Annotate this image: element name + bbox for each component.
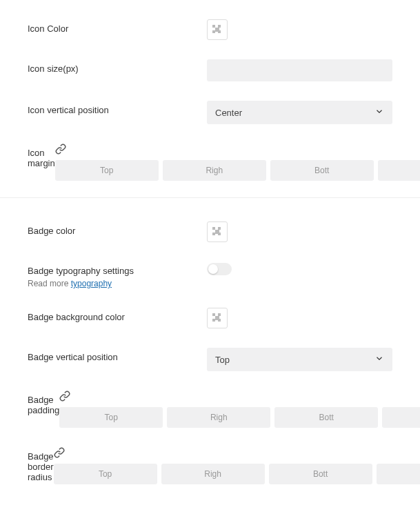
- transparency-icon: [212, 313, 222, 323]
- label-badge-typography-sub: Read more typography: [28, 279, 207, 288]
- section-divider: [0, 197, 420, 198]
- row-icon-size: Icon size(px): [0, 50, 420, 91]
- link-icon[interactable]: [54, 447, 65, 460]
- label-badge-padding: Badge padding: [28, 391, 59, 415]
- badge-padding-top[interactable]: [59, 407, 163, 428]
- row-icon-color: Icon Color: [0, 10, 420, 50]
- transparency-icon: [212, 25, 222, 34]
- badge-bg-picker[interactable]: [207, 308, 228, 328]
- row-badge-color: Badge color: [0, 212, 420, 252]
- label-icon-margin: Icon margin: [28, 144, 55, 168]
- icon-margin-right[interactable]: [163, 160, 266, 181]
- icon-margin-bottom[interactable]: [270, 160, 374, 181]
- label-badge-vpos: Badge vertical position: [28, 348, 207, 362]
- icon-size-input[interactable]: [207, 59, 392, 81]
- link-icon[interactable]: [59, 391, 70, 404]
- label-badge-radius: Badge border radius: [28, 447, 54, 482]
- badge-radius-bottom[interactable]: [269, 464, 372, 484]
- badge-color-picker[interactable]: [207, 221, 228, 242]
- badge-padding-bottom[interactable]: [274, 407, 378, 428]
- icon-vpos-select[interactable]: Center: [207, 101, 392, 124]
- badge-radius-left[interactable]: [377, 464, 420, 484]
- icon-margin-left[interactable]: [378, 160, 420, 181]
- icon-color-picker[interactable]: [207, 19, 228, 40]
- badge-padding-right[interactable]: [167, 407, 270, 428]
- row-icon-vpos: Icon vertical position Center: [0, 91, 420, 134]
- label-icon-color: Icon Color: [28, 19, 207, 34]
- row-badge-padding: Badge padding px: [0, 381, 420, 437]
- typo-readmore-text: Read more: [28, 279, 71, 288]
- label-badge-typography: Badge typography settings: [28, 266, 207, 276]
- row-icon-margin: Icon margin px: [0, 134, 420, 190]
- label-icon-vpos: Icon vertical position: [28, 101, 207, 115]
- badge-radius-right[interactable]: [161, 464, 265, 484]
- row-badge-vpos: Badge vertical position Top: [0, 338, 420, 381]
- row-badge-typography: Badge typography settings Read more typo…: [0, 252, 420, 298]
- label-badge-color: Badge color: [28, 221, 207, 236]
- typography-link[interactable]: typography: [71, 279, 112, 288]
- badge-radius-top[interactable]: [54, 464, 157, 484]
- transparency-icon: [212, 227, 222, 237]
- badge-padding-left[interactable]: [382, 407, 420, 428]
- badge-typography-toggle[interactable]: [207, 263, 232, 275]
- badge-vpos-select[interactable]: Top: [207, 348, 392, 371]
- toggle-knob: [208, 264, 218, 274]
- label-icon-size: Icon size(px): [28, 59, 207, 74]
- row-badge-bg: Badge background color: [0, 298, 420, 338]
- link-icon[interactable]: [55, 144, 66, 157]
- row-badge-radius: Badge border radius px%: [0, 437, 420, 494]
- icon-margin-top[interactable]: [55, 160, 159, 181]
- label-badge-bg: Badge background color: [28, 308, 207, 322]
